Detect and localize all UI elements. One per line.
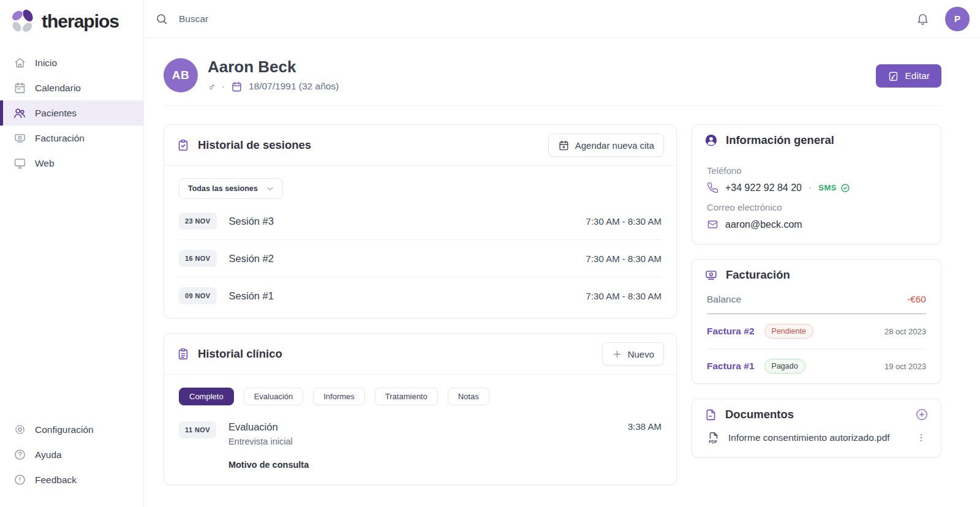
sidebar-nav: Inicio Calendario Pacientes Facturación [0, 50, 143, 176]
sidebar-item-web[interactable]: Web [0, 151, 143, 176]
session-row[interactable]: 16 NOV Sesión #2 7:30 AM - 8:30 AM [179, 239, 662, 277]
session-history-header: Historial de sesiones Agendar nueva cita [164, 125, 676, 165]
sidebar-item-calendario[interactable]: Calendario [0, 75, 143, 100]
phone-label: Teléfono [707, 165, 926, 176]
session-row[interactable]: 09 NOV Sesión #1 7:30 AM - 8:30 AM [179, 277, 662, 314]
sidebar-item-label: Calendario [35, 83, 81, 94]
entry-time: 3:38 AM [628, 421, 662, 432]
chip-label: Notas [458, 392, 479, 401]
session-list: 23 NOV Sesión #3 7:30 AM - 8:30 AM 16 NO… [164, 201, 676, 318]
users-icon [13, 107, 26, 120]
chip-label: Tratamiento [385, 392, 428, 401]
session-row[interactable]: 23 NOV Sesión #3 7:30 AM - 8:30 AM [179, 203, 662, 239]
clinical-filter-chips: Completo Evaluación Informes Tratamiento… [164, 375, 676, 407]
edit-clipboard-icon [888, 70, 899, 82]
sms-check-circle-icon [840, 183, 850, 193]
user-avatar[interactable]: P [945, 7, 970, 31]
chip-notas[interactable]: Notas [448, 388, 489, 405]
clinical-entry[interactable]: 11 NOV Evaluación Entrevista inicial Mot… [179, 407, 662, 484]
chip-tratamiento[interactable]: Tratamiento [375, 388, 438, 405]
session-date-badge: 09 NOV [179, 287, 217, 304]
sidebar-item-ayuda[interactable]: Ayuda [0, 442, 143, 467]
chevron-down-icon [265, 184, 275, 193]
sidebar-footer-nav: Configuración Ayuda Feedback [0, 417, 143, 507]
new-record-label: Nuevo [628, 349, 654, 359]
entry-title: Evaluación [228, 421, 309, 433]
email-value[interactable]: aaron@beck.com [725, 219, 802, 230]
clinical-history-card: Historial clínico Nuevo Completo [164, 333, 677, 485]
right-column: Información general Teléfono +34 922 92 … [692, 124, 941, 457]
chip-label: Completo [189, 392, 224, 401]
clinical-history-title: Historial clínico [198, 347, 282, 361]
sidebar-item-label: Ayuda [35, 449, 62, 460]
sidebar-item-facturacion[interactable]: Facturación [0, 126, 143, 151]
alert-circle-icon [13, 473, 26, 487]
invoice-list: Factura #2 Pendiente 28 oct 2023 Factura… [692, 314, 941, 383]
document-name: Informe consentimiento autorizado.pdf [728, 432, 890, 443]
general-info-title: Información general [726, 133, 834, 147]
sidebar-item-label: Configuración [35, 424, 94, 435]
topbar: P [144, 0, 980, 38]
billing-title: Facturación [726, 268, 790, 282]
therapios-leaf-logo-icon [10, 9, 36, 34]
chip-evaluacion[interactable]: Evaluación [244, 388, 304, 405]
general-info-card: Información general Teléfono +34 922 92 … [692, 124, 941, 244]
birthdate-calendar-icon [231, 81, 243, 92]
gear-icon [13, 423, 26, 437]
sidebar-item-feedback[interactable]: Feedback [0, 467, 143, 492]
sms-label: SMS [818, 183, 836, 192]
sidebar: therapios Inicio Calendario Pacientes [0, 0, 144, 507]
balance-row: Balance -€60 [692, 290, 941, 314]
content-columns: Historial de sesiones Agendar nueva cita [164, 124, 941, 485]
session-time: 7:30 AM - 8:30 AM [586, 254, 662, 264]
patient-avatar: AB [164, 58, 198, 92]
documents-card: Documentos PDF Informe consentimiento au… [692, 399, 941, 457]
general-info-body: Teléfono +34 922 92 84 20 · SMS [692, 156, 941, 244]
schedule-appointment-label: Agendar nueva cita [575, 140, 654, 151]
invoice-link[interactable]: Factura #1 [707, 361, 755, 372]
document-row[interactable]: PDF Informe consentimiento autorizado.pd… [707, 430, 929, 446]
search-input[interactable] [178, 13, 472, 25]
invoice-date: 19 oct 2023 [884, 362, 926, 371]
session-filter-row: Todas las sesiones [164, 166, 676, 201]
user-circle-icon [704, 133, 718, 147]
phone-row: +34 922 92 84 20 · SMS [707, 182, 926, 193]
sidebar-item-configuracion[interactable]: Configuración [0, 417, 143, 442]
session-filter-value: Todas las sesiones [188, 184, 258, 193]
general-info-header: Información general [692, 125, 941, 156]
phone-value[interactable]: +34 922 92 84 20 [725, 182, 802, 193]
sidebar-item-label: Inicio [35, 58, 57, 69]
schedule-appointment-button[interactable]: Agendar nueva cita [548, 133, 664, 157]
sms-badge: SMS [818, 183, 850, 193]
entry-main: Evaluación Entrevista inicial Motivo de … [228, 421, 309, 470]
session-date-badge: 23 NOV [179, 212, 217, 230]
male-gender-icon: ♂ [208, 81, 216, 92]
billing-header: Facturación [692, 260, 941, 290]
notifications-bell-icon[interactable] [916, 12, 930, 26]
session-time: 7:30 AM - 8:30 AM [586, 291, 662, 301]
sidebar-item-inicio[interactable]: Inicio [0, 50, 143, 75]
patient-birthdate: 18/07/1991 (32 años) [249, 81, 339, 92]
home-icon [13, 56, 26, 70]
new-record-button[interactable]: Nuevo [602, 342, 664, 366]
invoice-link[interactable]: Factura #2 [707, 326, 755, 337]
session-filter-dropdown[interactable]: Todas las sesiones [179, 178, 283, 199]
monitor-icon [13, 157, 26, 170]
add-document-plus-circle-icon[interactable] [915, 408, 929, 421]
patient-initials: AB [172, 69, 189, 82]
session-history-card: Historial de sesiones Agendar nueva cita [164, 124, 677, 318]
chip-informes[interactable]: Informes [313, 388, 365, 405]
sidebar-item-pacientes[interactable]: Pacientes [0, 100, 143, 126]
clipboard-text-icon [176, 347, 190, 361]
chip-completo[interactable]: Completo [179, 388, 234, 405]
document-menu-kebab-icon[interactable] [914, 430, 929, 446]
topbar-actions: P [916, 7, 970, 31]
patient-identity: Aaron Beck ♂ · 18/07/1991 (32 años) [208, 58, 339, 92]
chip-label: Informes [323, 392, 355, 401]
entry-section-heading: Motivo de consulta [228, 460, 309, 470]
edit-patient-button[interactable]: Editar [876, 64, 942, 88]
entry-date-badge: 11 NOV [179, 421, 216, 438]
balance-label: Balance [707, 294, 741, 305]
phone-separator: · [809, 182, 812, 193]
patient-meta: ♂ · 18/07/1991 (32 años) [208, 81, 339, 92]
